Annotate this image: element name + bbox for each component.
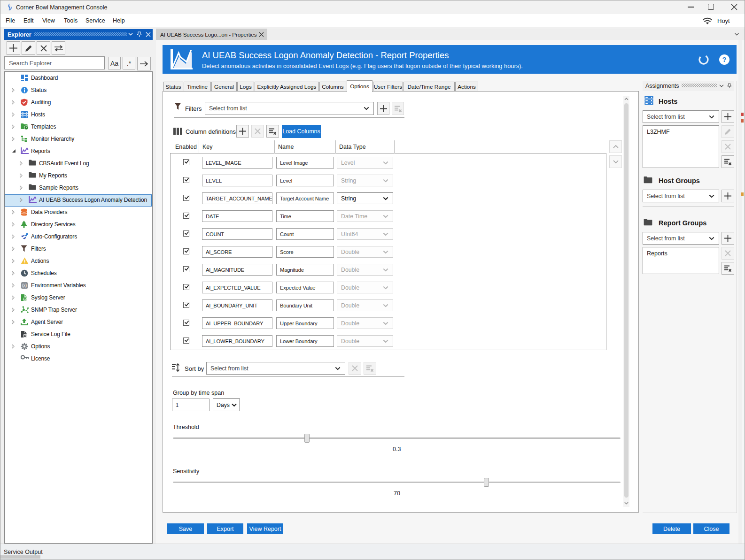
svg-text:(x): (x)	[22, 283, 27, 288]
svg-text:?: ?	[722, 56, 727, 63]
